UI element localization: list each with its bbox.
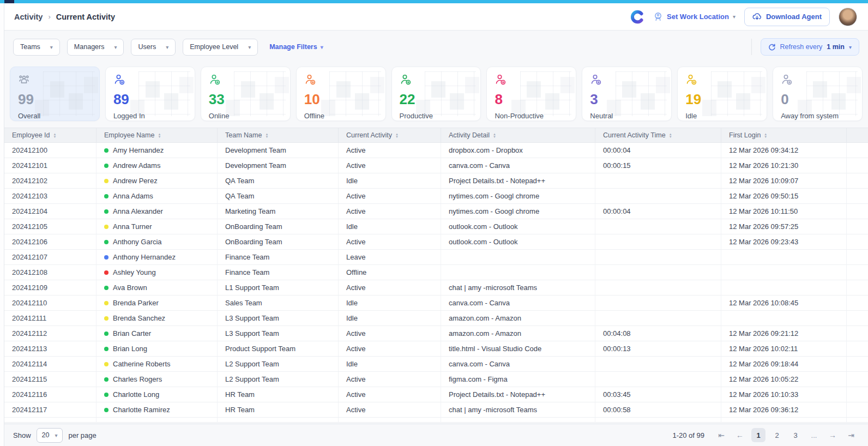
column-header-current-activity[interactable]: Current Activity▲▼ (338, 128, 441, 142)
page-button-1[interactable]: 1 (751, 428, 765, 442)
cell-spacer (846, 204, 868, 219)
cell-current-activity-time (595, 250, 721, 264)
table-row[interactable]: 202412110 Brenda Parker Sales Team Idle … (4, 296, 868, 311)
cell-employee-name: Charles Rogers (96, 372, 217, 387)
sort-icon[interactable]: ▲▼ (53, 133, 56, 138)
employee-name-text: Anna Adams (113, 192, 153, 200)
table-row[interactable]: 202412113 Brian Long Product Support Tea… (4, 341, 868, 357)
users-filter-dropdown[interactable]: Users ▾ (131, 39, 176, 56)
cell-activity-detail: dropbox.com - Dropbox (441, 143, 595, 158)
cell-current-activity: Active (338, 387, 441, 402)
away-user-icon (781, 74, 793, 86)
table-row[interactable]: 202412104 Anna Alexander Marketing Team … (4, 204, 868, 219)
table-row[interactable]: 202412107 Anthony Hernandez Finance Team… (4, 250, 868, 265)
cell-current-activity: Active (338, 418, 441, 423)
refresh-every-dropdown[interactable]: Refresh every 1 min ▾ (761, 38, 860, 56)
table-row[interactable]: 202412103 Anna Adams QA Team Active nyti… (4, 189, 868, 204)
cell-first-login: 12 Mar 2026 09:23:43 (721, 234, 846, 249)
page-button-3[interactable]: 3 (788, 428, 803, 442)
pagination-footer: Show 20 ▾ per page 1-20 of 99 ⇤ ← 1 2 3 … (4, 424, 868, 446)
employee-name-text: Anna Turner (113, 222, 152, 231)
sort-icon[interactable]: ▲▼ (265, 133, 268, 138)
sort-icon[interactable]: ▲▼ (395, 133, 399, 138)
table-row[interactable]: 202412118 Christopher Product Analyst Te… (4, 418, 868, 423)
manage-filters-label: Manage Filters (269, 43, 317, 51)
cell-spacer (846, 341, 868, 356)
last-page-button[interactable]: ⇥ (844, 428, 858, 442)
stat-card-productive[interactable]: 22 Productive (391, 67, 481, 121)
stat-card-offline[interactable]: 10 Offline (296, 67, 386, 121)
stat-card-neutral[interactable]: 3 Neutral (582, 67, 672, 121)
table-row[interactable]: 202412117 Charlotte Ramirez HR Team Acti… (4, 402, 868, 418)
cell-current-activity-time (595, 189, 721, 203)
collapsed-sidebar-rail[interactable] (0, 3, 4, 446)
column-header-team-name[interactable]: Team Name▲▼ (217, 128, 338, 142)
table-row[interactable]: 202412105 Anna Turner OnBoarding Team Id… (4, 219, 868, 234)
column-header-current-activity-time[interactable]: Current Activity Time▲▼ (595, 128, 721, 142)
cell-employee-name: Anna Adams (96, 189, 217, 203)
table-row[interactable]: 202412108 Ashley Young Finance Team Offl… (4, 265, 868, 280)
chevron-down-icon: ▾ (849, 44, 852, 50)
cell-spacer (846, 387, 868, 402)
column-header-first-login[interactable]: First Login▲▼ (721, 128, 846, 142)
cell-first-login (721, 250, 846, 264)
table-row[interactable]: 202412115 Charles Rogers L2 Support Team… (4, 372, 868, 387)
cell-current-activity: Active (338, 372, 441, 387)
table-row[interactable]: 202412112 Brian Carter L3 Support Team A… (4, 326, 868, 341)
managers-filter-dropdown[interactable]: Managers ▾ (67, 39, 124, 56)
brand-c-logo-icon[interactable] (630, 10, 644, 24)
breadcrumb-current-activity: Current Activity (56, 13, 115, 21)
column-header-employee-name[interactable]: Employee Name▲▼ (96, 128, 217, 142)
table-row[interactable]: 202412111 Brenda Sanchez L3 Support Team… (4, 311, 868, 326)
page-size-select[interactable]: 20 ▾ (37, 428, 63, 443)
sort-icon[interactable]: ▲▼ (158, 133, 161, 138)
table-row[interactable]: 202412102 Andrew Perez QA Team Idle Proj… (4, 173, 868, 189)
cell-spacer (846, 265, 868, 280)
download-agent-button[interactable]: Download Agent (744, 8, 830, 26)
manage-filters-link[interactable]: Manage Filters ▾ (269, 43, 323, 51)
stat-value: 33 (209, 92, 282, 106)
offline-user-icon (304, 74, 316, 86)
stat-card-online[interactable]: 33 Online (201, 67, 291, 121)
cell-team-name: Product Analyst Team (217, 418, 338, 423)
cell-current-activity: Active (338, 341, 441, 356)
employee-level-filter-dropdown[interactable]: Employee Level ▾ (183, 39, 258, 56)
table-row[interactable]: 202412100 Amy Hernandez Development Team… (4, 143, 868, 158)
cell-employee-name: Anthony Garcia (96, 234, 217, 249)
column-header-activity-detail[interactable]: Activity Detail▲▼ (441, 128, 595, 142)
cell-employee-name: Anna Alexander (96, 204, 217, 219)
cell-team-name: Development Team (217, 158, 338, 173)
stat-card-away-from-system[interactable]: 0 Away from system (773, 67, 863, 121)
sort-icon[interactable]: ▲▼ (764, 133, 767, 138)
stat-card-idle[interactable]: 19 Idle (677, 67, 767, 121)
chevron-down-icon: ▾ (248, 44, 251, 50)
cell-employee-name: Christopher (96, 418, 217, 423)
table-row[interactable]: 202412116 Charlotte Long HR Team Active … (4, 387, 868, 402)
sort-icon[interactable]: ▲▼ (669, 133, 672, 138)
teams-filter-label: Teams (20, 43, 40, 51)
breadcrumb-activity[interactable]: Activity (14, 13, 43, 21)
next-page-button[interactable]: → (825, 428, 840, 442)
cell-current-activity: Idle (338, 173, 441, 188)
cloud-download-icon (752, 13, 762, 21)
stat-card-overall[interactable]: 99 Overall (10, 67, 100, 121)
page-button-2[interactable]: 2 (770, 428, 784, 442)
previous-page-button[interactable]: ← (733, 428, 747, 442)
stat-card-logged-in[interactable]: 89 Logged In (105, 67, 195, 121)
table-row[interactable]: 202412106 Anthony Garcia OnBoarding Team… (4, 234, 868, 250)
table-row[interactable]: 202412109 Ava Brown L1 Support Team Acti… (4, 280, 868, 296)
teams-filter-dropdown[interactable]: Teams ▾ (13, 39, 60, 56)
cell-current-activity: Leave (338, 250, 441, 264)
set-work-location-dropdown[interactable]: Set Work Location ▾ (653, 12, 736, 22)
cell-employee-id: 202412108 (4, 265, 96, 280)
first-page-button[interactable]: ⇤ (714, 428, 728, 442)
user-avatar[interactable] (839, 8, 857, 26)
cell-activity-detail: chat | amy -microsoft Teams (441, 280, 595, 295)
employee-name-text: Christopher (113, 421, 149, 423)
top-accent-bar (0, 0, 868, 3)
sort-icon[interactable]: ▲▼ (493, 133, 496, 138)
table-row[interactable]: 202412114 Catherine Roberts L2 Support T… (4, 357, 868, 372)
table-row[interactable]: 202412101 Andrew Adams Development Team … (4, 158, 868, 173)
column-header-employee-id[interactable]: Employee Id▲▼ (4, 128, 96, 142)
stat-card-non-productive[interactable]: 8 Non-Productive (486, 67, 576, 121)
